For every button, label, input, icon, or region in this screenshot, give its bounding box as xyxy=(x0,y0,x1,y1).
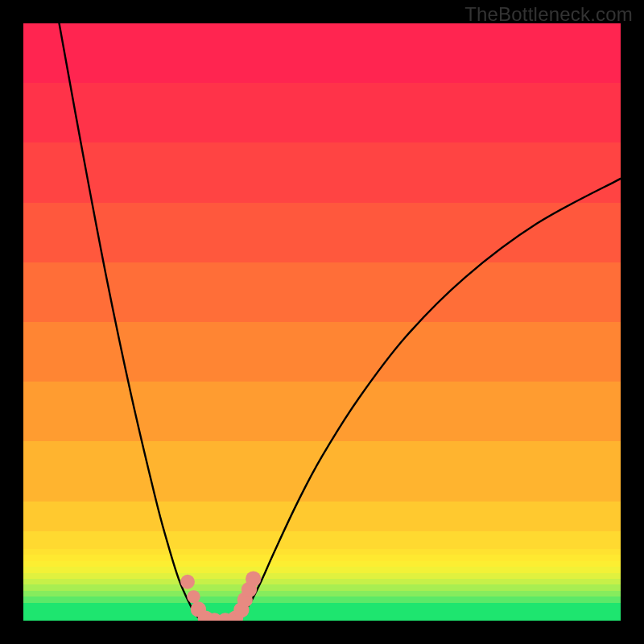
chart-svg xyxy=(23,23,621,621)
data-marker xyxy=(180,575,195,589)
data-marker xyxy=(187,590,200,603)
plot-area xyxy=(23,23,621,621)
chart-container: TheBottleneck.com xyxy=(0,0,644,644)
data-marker xyxy=(246,571,261,586)
chart-background xyxy=(23,23,621,621)
watermark-text: TheBottleneck.com xyxy=(464,3,633,26)
